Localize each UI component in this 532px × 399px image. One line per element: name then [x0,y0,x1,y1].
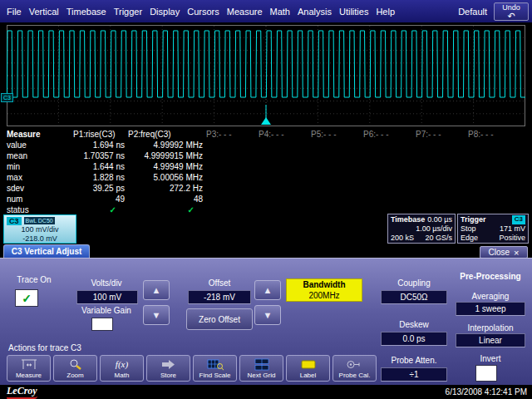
bandwidth-value: 200MHz [287,290,362,301]
probe-icon [346,358,364,371]
invert-checkbox[interactable] [475,365,497,382]
action-button-label: Probe Cal. [339,372,371,379]
volts-div-label: Volts/div [73,278,140,288]
probe-cal-action-button[interactable]: Probe Cal. [332,355,377,382]
measure-row-min: min 1.644 ns 4.99949 MHz [0,161,532,172]
coupling-label: Coupling [379,278,449,288]
undo-button[interactable]: Undo ↶ [494,2,529,21]
trigger-source-badge: C3 [512,215,525,224]
action-button-label: Zoom [66,372,83,379]
default-setup-label[interactable]: Default [458,7,487,17]
undo-label: Undo [502,3,520,12]
fx-math-icon: f(x) [116,358,128,371]
p6-header[interactable]: P6:- - - [362,130,414,139]
menu-trigger[interactable]: Trigger [114,7,142,17]
math-action-button[interactable]: f(x) Math [100,355,144,382]
label-tag-icon [299,358,318,371]
graticule [7,25,525,126]
trigger-title: Trigger [461,215,486,224]
measure-icon [20,358,38,371]
p7-header[interactable]: P7:- - - [414,130,466,139]
deskew-field[interactable]: 0.0 ps [381,332,447,346]
channel-baseline-marker[interactable]: C3 [1,93,13,102]
bandwidth-limit-badge: BwL DC50 [24,217,55,224]
store-arrow-icon [160,358,178,371]
menu-display[interactable]: Display [150,7,180,17]
measure-row-value: value 1.694 ns 4.99992 MHz [0,140,532,150]
bandwidth-control[interactable]: Bandwidth 200MHz [286,278,362,302]
menu-file[interactable]: File [7,7,22,17]
zero-offset-button[interactable]: Zero Offset [186,308,253,330]
measure-table: Measure P1:rise(C3) P2:freq(C3) P3:- - -… [0,129,532,215]
menu-utilities[interactable]: Utilities [339,7,368,17]
p5-header[interactable]: P5:- - - [309,130,362,139]
trigger-slope: Positive [499,234,525,243]
oscilloscope-screen: File Vertical Timebase Trigger Display C… [0,0,532,399]
volts-div-field[interactable]: 100 mV [76,290,138,304]
find-scale-action-button[interactable]: Find Scale [193,355,237,382]
offset-field[interactable]: -218 mV [188,290,251,304]
label-action-button[interactable]: Label [286,355,330,382]
interpolation-field[interactable]: Linear [456,333,525,347]
probe-atten-field[interactable]: ÷1 [381,367,447,382]
channel-descriptor-c3[interactable]: C3 BwL DC50 100 mV/div -218.0 mV [3,214,76,244]
p1-sdev: 39.25 ps [71,184,126,193]
menu-measure[interactable]: Measure [227,7,263,17]
menu-timebase[interactable]: Timebase [66,7,106,17]
check-icon: ✓ [22,293,32,303]
time-per-div: 1.00 µs/div [416,224,452,234]
down-arrow-icon: ▼ [152,310,161,320]
brand-text: LeCroy [7,385,37,397]
trace-on-checkbox[interactable]: ✓ [15,289,38,307]
next-grid-action-button[interactable]: Next Grid [239,355,283,382]
offset-up-button[interactable]: ▲ [254,280,281,300]
timebase-descriptor[interactable]: Timebase 0.00 µs 1.00 µs/div 200 kS 20 G… [387,214,456,244]
menu-vertical[interactable]: Vertical [29,7,59,17]
probe-atten-label: Probe Atten. [379,356,449,365]
averaging-field[interactable]: 1 sweep [456,302,525,316]
p1-max: 1.828 ns [71,173,126,182]
volts-div-down-button[interactable]: ▼ [143,305,170,325]
trigger-type: Edge [461,234,478,243]
p2-status-check-icon: ✓ [126,205,204,214]
p2-value: 4.99992 MHz [126,140,204,150]
p2-max: 5.00056 MHz [126,173,204,182]
measure-action-button[interactable]: Measure [7,355,51,382]
measure-row-mean: mean 1.70357 ns 4.9999915 MHz [0,150,532,161]
p1-status-check-icon: ✓ [71,205,126,214]
volts-div-up-button[interactable]: ▲ [143,280,170,300]
menu-math[interactable]: Math [270,7,290,17]
timebase-delay: 0.00 µs [427,215,452,224]
down-arrow-icon: ▼ [264,310,273,320]
variable-gain-checkbox[interactable] [91,318,113,331]
averaging-label: Averaging [454,292,527,301]
close-button[interactable]: Close × [480,246,528,259]
coupling-field[interactable]: DC50Ω [381,290,447,304]
menu-analysis[interactable]: Analysis [298,7,332,17]
menu-cursors[interactable]: Cursors [187,7,219,17]
measure-title: Measure [0,130,71,139]
trigger-mode-row: Stop 171 mV [461,224,525,234]
waveform-display[interactable]: C3 [0,22,532,129]
tab-c3-vertical-adjust[interactable]: C3 Vertical Adjust [3,244,90,258]
invert-label: Invert [454,354,527,363]
p3-header[interactable]: P3:- - - [204,130,257,139]
p2-num: 48 [126,195,204,204]
p2-sdev: 272.2 Hz [126,184,204,193]
p8-header[interactable]: P8:- - - [466,130,519,139]
p4-header[interactable]: P4:- - - [257,130,309,139]
interpolation-label: Interpolation [454,323,527,332]
zoom-action-button[interactable]: Zoom [53,355,97,382]
close-label: Close [488,248,510,257]
trace-on-label: Trace On [7,275,62,284]
store-action-button[interactable]: Store [146,355,190,382]
p2-mean: 4.9999915 MHz [126,151,204,160]
p1-header[interactable]: P1:rise(C3) [71,130,126,139]
p2-header[interactable]: P2:freq(C3) [126,130,204,139]
offset-down-button[interactable]: ▼ [254,305,281,325]
status-bar: LeCroy 6/13/2008 4:12:41 PM [0,385,532,399]
deskew-label: Deskew [379,320,449,329]
timebase-header: Timebase 0.00 µs [391,215,452,224]
menu-help[interactable]: Help [376,7,395,17]
trigger-descriptor[interactable]: Trigger C3 Stop 171 mV Edge Positive [457,214,529,244]
